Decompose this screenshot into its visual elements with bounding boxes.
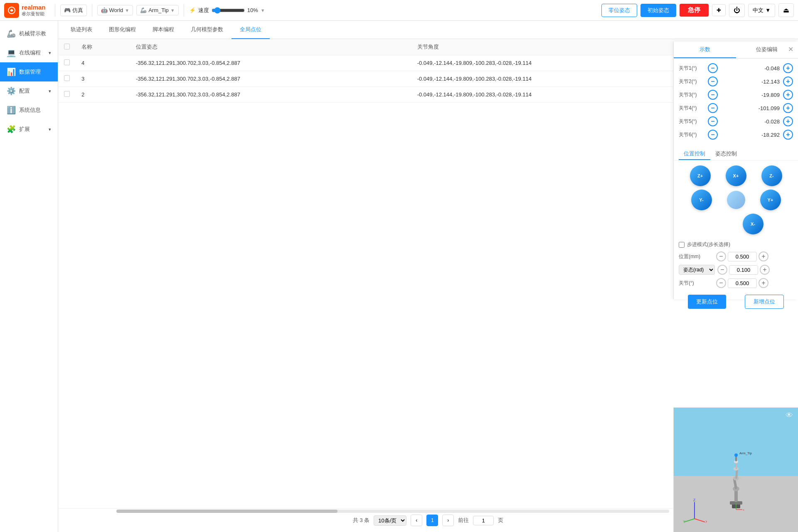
- row-checkbox-2[interactable]: [64, 91, 70, 97]
- joint-step-input[interactable]: [728, 278, 757, 288]
- sidebar-item-sys-info[interactable]: ℹ️ 系统信息: [0, 101, 58, 120]
- joint-plus-0[interactable]: +: [783, 63, 793, 73]
- speed-dropdown-icon: ▼: [261, 8, 265, 13]
- attitude-select[interactable]: 姿态(rad) 姿态(deg): [679, 265, 715, 275]
- svg-line-20: [684, 519, 695, 522]
- pos-plus-btn[interactable]: +: [759, 251, 768, 261]
- joint-value-4: -0.028: [718, 118, 783, 125]
- joint-plus-4[interactable]: +: [783, 116, 793, 126]
- panel-tab-show[interactable]: 示数: [674, 42, 736, 58]
- goto-label: 前往: [458, 517, 469, 524]
- ctrl-tab-pose[interactable]: 姿态控制: [710, 148, 742, 160]
- att-minus-btn[interactable]: −: [717, 265, 727, 275]
- joy-z-minus[interactable]: Z-: [761, 165, 782, 186]
- pos-input[interactable]: [728, 252, 757, 261]
- sidebar-item-data-mgmt[interactable]: 📊 数据管理: [0, 62, 58, 81]
- step-mode-checkbox[interactable]: [679, 242, 685, 248]
- sidebar-item-expand[interactable]: 🧩 扩展 ▾: [0, 120, 58, 139]
- joy-row-mid: Y- Y+: [691, 190, 781, 210]
- power-button[interactable]: ⏻: [729, 4, 745, 17]
- row-checkbox-cell: [58, 71, 76, 87]
- online-prog-label: 在线编程: [19, 49, 41, 57]
- prev-page-btn[interactable]: ‹: [411, 515, 422, 526]
- row-checkbox-1[interactable]: [64, 75, 70, 81]
- tab-global-points[interactable]: 全局点位: [232, 21, 270, 39]
- logo-text: realman 睿尔曼智能: [22, 4, 46, 17]
- world-selector[interactable]: 🤖 World ▼: [97, 5, 133, 15]
- ctrl-tab-pos[interactable]: 位置控制: [679, 148, 710, 160]
- pos-label: 位置(mm): [679, 253, 716, 260]
- expand-arrow: ▾: [49, 127, 51, 132]
- svg-text:Z: Z: [693, 498, 696, 502]
- joint-minus-2[interactable]: −: [708, 90, 718, 100]
- tab-script-prog[interactable]: 脚本编程: [144, 21, 182, 39]
- tab-geo-params[interactable]: 几何模型参数: [182, 21, 232, 39]
- add-button[interactable]: ✚: [712, 4, 726, 16]
- horizontal-scrollbar-thumb[interactable]: [116, 510, 337, 513]
- config-label: 配置: [19, 87, 30, 95]
- tab-trajectory[interactable]: 轨迹列表: [62, 21, 101, 39]
- joint-minus-1[interactable]: −: [708, 76, 718, 86]
- joint-plus-2[interactable]: +: [783, 90, 793, 100]
- pos-minus-btn[interactable]: −: [716, 251, 726, 261]
- joint-step-plus-btn[interactable]: +: [759, 278, 768, 288]
- joy-z-plus[interactable]: Z+: [690, 165, 711, 186]
- panel-close-btn[interactable]: ✕: [786, 45, 795, 53]
- joint-value-5: -18.292: [718, 132, 783, 138]
- new-point-btn[interactable]: 新增点位: [745, 295, 784, 309]
- row-joints-1: -0.049,-12.144,-19.809,-100.283,-0.028,-…: [411, 71, 717, 87]
- sys-info-label: 系统信息: [19, 106, 41, 114]
- arm-dropdown-icon: ▼: [170, 8, 175, 13]
- tabs-bar: 轨迹列表 图形化编程 脚本编程 几何模型参数 全局点位: [58, 21, 798, 39]
- joint-step-minus-btn[interactable]: −: [716, 278, 726, 288]
- att-input[interactable]: [729, 265, 758, 275]
- sep2: [92, 4, 92, 17]
- robot-arm-svg: Arm_Tip X Y: [719, 445, 753, 512]
- update-point-btn[interactable]: 更新点位: [688, 295, 726, 309]
- sidebar: 🦾 机械臂示教 💻 在线编程 ▾ 📊 数据管理 ⚙️ 配置 ▾ ℹ️ 系统信息 …: [0, 21, 58, 532]
- joint-plus-1[interactable]: +: [783, 76, 793, 86]
- viewport-eye-icon[interactable]: 👁: [786, 411, 793, 420]
- header-checkbox[interactable]: [64, 44, 70, 49]
- arm-selector[interactable]: 🦾 Arm_Tip ▼: [136, 5, 179, 15]
- per-page-select[interactable]: 10条/页 20条/页 50条/页: [374, 515, 406, 526]
- row-pose-2: -356.32,121.291,300.702,3.03,-0.854,2.88…: [130, 87, 411, 103]
- tab-graphic-prog[interactable]: 图形化编程: [101, 21, 144, 39]
- zero-pose-button[interactable]: 零位姿态: [601, 4, 637, 17]
- joint-plus-3[interactable]: +: [783, 103, 793, 113]
- sidebar-item-online-prog[interactable]: 💻 在线编程 ▾: [0, 43, 58, 62]
- joy-x-minus[interactable]: X-: [743, 214, 764, 234]
- joint-row-1: 关节2(°) − -12.143 +: [679, 75, 793, 88]
- attitude-row: 姿态(rad) 姿态(deg) − +: [674, 263, 798, 276]
- joy-y-plus[interactable]: Y+: [760, 190, 781, 210]
- joint-label-4: 关节5(°): [679, 118, 708, 125]
- joint-value-1: -12.143: [718, 79, 783, 85]
- joint-minus-4[interactable]: −: [708, 116, 718, 126]
- row-name-2: 2: [76, 87, 130, 103]
- joint-minus-0[interactable]: −: [708, 63, 718, 73]
- joy-center[interactable]: [727, 191, 745, 209]
- joy-x-plus[interactable]: X+: [726, 165, 746, 186]
- joint-plus-5[interactable]: +: [783, 130, 793, 140]
- joint-minus-3[interactable]: −: [708, 103, 718, 113]
- speed-slider[interactable]: [212, 7, 245, 14]
- speed-label: 速度: [198, 7, 209, 14]
- joint-row-5: 关节6(°) − -18.292 +: [679, 128, 793, 141]
- estop-button[interactable]: 急停: [680, 4, 709, 17]
- att-plus-btn[interactable]: +: [760, 265, 770, 275]
- row-pose-0: -356.32,121.291,300.702,3.03,-0.854,2.88…: [130, 55, 411, 71]
- row-checkbox-0[interactable]: [64, 59, 70, 65]
- joy-y-minus[interactable]: Y-: [691, 190, 712, 210]
- sidebar-item-config[interactable]: ⚙️ 配置 ▾: [0, 81, 58, 101]
- next-page-btn[interactable]: ›: [442, 515, 454, 526]
- row-name-1: 3: [76, 71, 130, 87]
- joint-minus-5[interactable]: −: [708, 130, 718, 140]
- sim-mode-btn[interactable]: 🎮 仿真: [60, 5, 87, 16]
- page-input[interactable]: [473, 516, 494, 525]
- lang-selector[interactable]: 中文 ▼: [748, 4, 775, 17]
- init-pose-button[interactable]: 初始姿态: [640, 4, 676, 17]
- logo: realman 睿尔曼智能: [4, 3, 46, 18]
- logout-button[interactable]: ⏏: [778, 3, 794, 17]
- page-1-btn[interactable]: 1: [426, 515, 438, 526]
- sidebar-item-arm-demo[interactable]: 🦾 机械臂示教: [0, 24, 58, 43]
